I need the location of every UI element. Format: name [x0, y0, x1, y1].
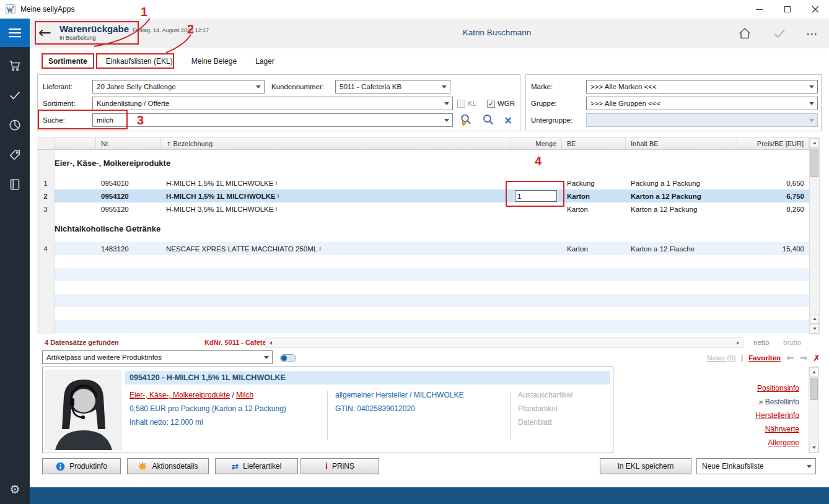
- produktinfo-button[interactable]: Produktinfo: [42, 458, 121, 474]
- datenblatt-label: Datenblatt: [518, 415, 611, 429]
- column-header-bezeichnung[interactable]: ↑ Bezeichnung: [161, 138, 511, 149]
- lieferant-select[interactable]: 20 Jahre Selly Challenge: [92, 80, 265, 93]
- swap-arrows-icon: ⇄: [232, 461, 239, 471]
- table-row-1[interactable]: 1 0954010 H-MILCH 1,5% 1L MILCHWOLKE! Pa…: [37, 176, 809, 189]
- panel-vertical-scrollbar[interactable]: [809, 367, 819, 453]
- infopanel-toggle[interactable]: [280, 354, 296, 362]
- sort-ascending-icon: ↑: [166, 141, 171, 147]
- favoriten-link[interactable]: Favoriten: [748, 354, 781, 362]
- netto-toggle[interactable]: netto: [753, 339, 770, 346]
- category-link[interactable]: Eier-, Käse-, Molkereiprodukte: [129, 391, 230, 399]
- wgr-checkbox[interactable]: ✓ WGR: [487, 97, 515, 110]
- table-row-4[interactable]: 4 1483120 NESCAFE XPRES LATTE MACCHIATO …: [37, 242, 809, 255]
- bestellinfo-link[interactable]: » Bestellinfo: [759, 398, 799, 406]
- cell-artikelnummer: 0955120: [96, 202, 161, 215]
- sidebar-item-tasks[interactable]: [0, 80, 30, 110]
- more-options-icon[interactable]: ⋯: [806, 27, 818, 40]
- search-badge-icon[interactable]: [459, 113, 473, 127]
- sortiment-select[interactable]: Kundenlistung / Offerte: [92, 97, 453, 110]
- table-row-3[interactable]: 3 0955120 H-MILCH 3,5% 1L MILCHWOLKE! Ka…: [37, 202, 809, 215]
- close-panel-icon[interactable]: ✗: [813, 353, 820, 363]
- app-header: ← Warenrückgabe Freitag, 14. August 2020…: [30, 19, 829, 48]
- positionsinfo-link[interactable]: Positionsinfo: [757, 384, 799, 393]
- scroll-down-button[interactable]: [810, 324, 819, 334]
- column-header-be[interactable]: BE: [562, 138, 626, 149]
- clear-search-icon[interactable]: ×: [504, 114, 512, 126]
- tab-einkaufslisten[interactable]: Einkaufslisten (EKL): [101, 57, 178, 66]
- title-bar: Meine sellyApps: [0, 0, 829, 19]
- app-window: Meine sellyApps: [0, 0, 829, 504]
- suche-input[interactable]: [97, 116, 441, 124]
- kundennummer-select[interactable]: 5011 - Cafeteria KB: [335, 80, 450, 93]
- column-header-nr[interactable]: Nr.: [96, 138, 161, 149]
- tab-lager[interactable]: Lager: [250, 57, 279, 66]
- neue-einkaufsliste-dropdown[interactable]: Neue Einkaufsliste: [696, 458, 816, 474]
- brutto-toggle[interactable]: brutto: [783, 339, 801, 346]
- wgr-label: WGR: [498, 100, 515, 107]
- cell-be: Packung: [562, 176, 626, 189]
- page-status: In Bearbeitung: [59, 35, 209, 41]
- sortiment-value: Kundenlistung / Offerte: [97, 100, 169, 107]
- scroll-down-button[interactable]: [809, 443, 818, 453]
- herstellerinfo-link[interactable]: Herstellerinfo: [755, 411, 799, 420]
- gruppe-select[interactable]: >>> Alle Gruppen <<<: [586, 97, 818, 110]
- subcategory-link[interactable]: Milch: [236, 391, 253, 399]
- user-name: Katrin Buschmann: [430, 28, 564, 37]
- empty-row: [37, 268, 809, 281]
- confirm-check-icon[interactable]: [771, 26, 787, 41]
- minimize-button[interactable]: [745, 0, 773, 19]
- group-header-molkereiprodukte: Eier-, Käse-, Molkereiprodukte: [37, 150, 809, 176]
- table-row-2-selected[interactable]: 2 0954120 H-MILCH 1,5% 1L MILCHWOLKE! Ka…: [37, 189, 809, 202]
- dropdown-arrow-icon: [264, 356, 269, 359]
- close-button[interactable]: [801, 0, 829, 19]
- allergene-link[interactable]: Allergene: [768, 438, 799, 447]
- column-header-preis[interactable]: Preis/BE [EUR]: [737, 138, 809, 149]
- kl-label: KL: [468, 100, 476, 107]
- aktionsdetails-button[interactable]: Aktionsdetails: [127, 458, 209, 474]
- scroll-up-button[interactable]: [810, 138, 819, 148]
- sidebar-item-settings[interactable]: ⚙: [0, 474, 30, 504]
- article-flag-icon: !: [319, 246, 321, 251]
- hersteller-info: allgemeiner Hersteller / MILCHWOLKE: [335, 388, 507, 402]
- naehrwerte-link[interactable]: Nährwerte: [765, 425, 799, 433]
- kundennummer-value: 5011 - Cafeteria KB: [340, 83, 401, 90]
- suche-combobox[interactable]: [92, 113, 453, 127]
- infopanel-select[interactable]: Artikelpass und weitere Produktinfos: [42, 350, 273, 364]
- menu-button[interactable]: [0, 19, 30, 47]
- scrollbar-thumb[interactable]: [810, 378, 818, 400]
- home-icon[interactable]: [737, 26, 753, 41]
- in-ekl-speichern-button[interactable]: In EKL speichern: [600, 458, 691, 474]
- prins-button[interactable]: i PRiNS: [300, 458, 379, 474]
- sidebar-item-cart[interactable]: [0, 51, 30, 80]
- scrollbar-thumb[interactable]: [810, 149, 818, 177]
- tab-meine-belege[interactable]: Meine Belege: [186, 57, 242, 66]
- kl-checkbox[interactable]: KL: [457, 97, 476, 110]
- table-vertical-scrollbar[interactable]: [809, 137, 820, 334]
- article-flag-icon: !: [275, 207, 277, 212]
- empty-row: [37, 281, 809, 294]
- next-article-icon[interactable]: ⇒: [800, 352, 808, 363]
- previous-article-icon[interactable]: ⇐: [786, 352, 794, 363]
- news-link[interactable]: News (0): [707, 354, 735, 362]
- sidebar-item-catalog[interactable]: [0, 170, 30, 199]
- table-horizontal-scrollbar[interactable]: [265, 337, 743, 348]
- maximize-button[interactable]: [773, 0, 801, 19]
- search-icon[interactable]: [481, 113, 495, 127]
- table-header-row[interactable]: Nr. ↑ Bezeichnung Menge BE Inhalt BE Pre…: [37, 137, 809, 150]
- tab-sortimente[interactable]: Sortimente: [43, 57, 92, 66]
- wgr-checkbox-box: ✓: [487, 100, 495, 108]
- column-header-menge[interactable]: Menge: [511, 138, 562, 149]
- scroll-up-button[interactable]: [809, 367, 818, 377]
- sidebar-item-prices[interactable]: [0, 140, 30, 170]
- lieferartikel-button[interactable]: ⇄ Lieferartikel: [215, 458, 298, 474]
- price-tag-icon: [8, 148, 22, 162]
- back-button[interactable]: ←: [38, 24, 51, 42]
- sidebar-item-statistics[interactable]: [0, 110, 30, 140]
- scroll-right-button[interactable]: [733, 338, 743, 347]
- menge-input[interactable]: [515, 190, 557, 202]
- page-title: Warenrückgabe: [59, 24, 129, 34]
- scroll-left-button[interactable]: [266, 338, 276, 347]
- marke-select[interactable]: >>> Alle Marken <<<: [586, 80, 818, 93]
- scroll-row-up-button[interactable]: [810, 314, 819, 324]
- column-header-inhalt-be[interactable]: Inhalt BE: [626, 138, 737, 149]
